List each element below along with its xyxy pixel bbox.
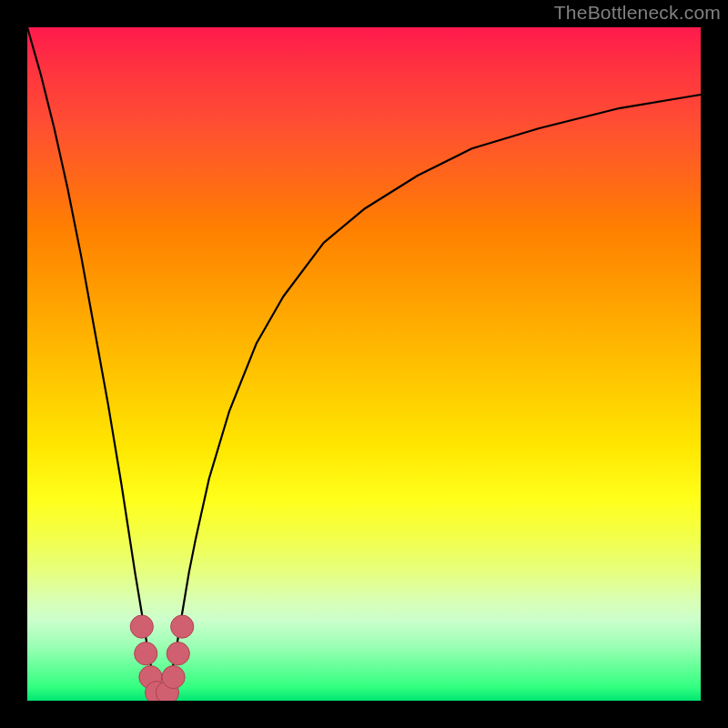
plot-svg [27, 27, 701, 701]
optimum-marker [130, 615, 153, 638]
chart-frame: TheBottleneck.com [0, 0, 728, 728]
watermark-text: TheBottleneck.com [554, 2, 721, 24]
optimum-marker [135, 642, 157, 665]
optimum-markers [130, 615, 194, 701]
optimum-marker [167, 642, 189, 665]
optimum-marker [162, 666, 185, 689]
plot-area [27, 27, 701, 701]
bottleneck-curve [27, 27, 701, 701]
optimum-marker [171, 615, 194, 638]
